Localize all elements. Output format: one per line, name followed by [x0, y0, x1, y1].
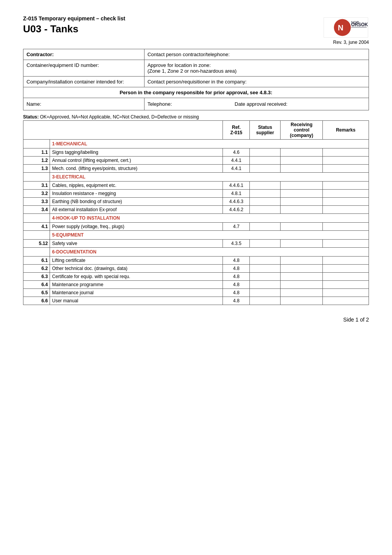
section-num-cell: [23, 231, 50, 240]
item-label: User manual: [50, 297, 223, 305]
section-num-cell: [23, 248, 50, 257]
item-number: 6.3: [23, 273, 50, 281]
name-cell: Name:: [23, 98, 145, 110]
item-remarks: [323, 148, 369, 157]
container-label: Container/equipment ID number:: [23, 60, 145, 77]
col-header-receiving: Receivingcontrol(company): [281, 121, 323, 140]
item-remarks: [323, 257, 369, 265]
item-remarks: [323, 198, 369, 206]
item-ref: 4.8: [223, 265, 250, 273]
item-status: [250, 240, 281, 248]
item-receiving: [281, 257, 323, 265]
item-remarks: [323, 190, 369, 198]
table-row: 1.3 Mech. cond. (lifting eyes/points, st…: [23, 165, 369, 173]
item-number: 6.5: [23, 289, 50, 297]
revision-line: Rev. 3, june 2004: [23, 40, 369, 45]
item-ref: 4.4.6.1: [223, 182, 250, 190]
logo-block: N ORSOK NOR: [323, 17, 369, 38]
item-label: Safety valve: [50, 240, 223, 248]
item-status: [250, 289, 281, 297]
contractor-label: Contractor:: [23, 49, 145, 60]
date-label: Date approval received:: [235, 101, 365, 107]
doc-title: Z-015 Temporary equipment – check list: [23, 15, 125, 22]
item-label: Maintenance journal: [50, 289, 223, 297]
container-row: Container/equipment ID number: Approve f…: [23, 60, 369, 77]
item-receiving: [281, 297, 323, 305]
table-row: 3.1 Cables, nipples, equipment etc. 4.4.…: [23, 182, 369, 190]
item-number: 5.12: [23, 240, 50, 248]
item-number: 6.2: [23, 265, 50, 273]
section-label: 5-EQUIPMENT: [50, 231, 369, 240]
item-status: [250, 182, 281, 190]
item-receiving: [281, 265, 323, 273]
page-header: Z-015 Temporary equipment – check list U…: [23, 15, 369, 38]
item-status: [250, 198, 281, 206]
section-num-cell: [23, 140, 50, 148]
item-receiving: [281, 190, 323, 198]
item-status: [250, 190, 281, 198]
item-status: [250, 165, 281, 173]
status-bold: Status:: [23, 114, 39, 120]
item-remarks: [323, 289, 369, 297]
item-receiving: [281, 281, 323, 289]
item-remarks: [323, 223, 369, 231]
company-contact-value: Contact person/requisitioner in the comp…: [144, 77, 369, 87]
table-header-row: Ref.Z-015 Statussupplier Receivingcontro…: [23, 121, 369, 140]
item-status: [250, 223, 281, 231]
company-label: Company/installation container intended …: [23, 77, 145, 87]
item-remarks: [323, 157, 369, 165]
item-remarks: [323, 281, 369, 289]
section-label: 6-DOCUMENTATION: [50, 248, 369, 257]
item-receiving: [281, 198, 323, 206]
item-remarks: [323, 265, 369, 273]
item-ref: 4.7: [223, 223, 250, 231]
telephone-label: Telephone:: [148, 101, 235, 107]
item-label: Mech. cond. (lifting eyes/points, struct…: [50, 165, 223, 173]
table-row: 4.1 Power supply (voltage, freq., plugs)…: [23, 223, 369, 231]
item-ref: 4.8: [223, 289, 250, 297]
item-receiving: [281, 165, 323, 173]
col-header-status: Statussupplier: [250, 121, 281, 140]
table-row: 6.1 Lifting certificate 4.8: [23, 257, 369, 265]
table-row: 6.3 Certificate for equip. with special …: [23, 273, 369, 281]
svg-text:N: N: [338, 23, 344, 32]
item-label: Lifting certificate: [50, 257, 223, 265]
approval-header: Person in the company responsible for pr…: [23, 87, 369, 98]
item-receiving: [281, 273, 323, 281]
table-row: 5.12 Safety valve 4.3.5: [23, 240, 369, 248]
table-row: 6.5 Maintenance journal 4.8: [23, 289, 369, 297]
norsok-logo-icon: N ORSOK NOR: [323, 17, 369, 38]
company-row: Company/installation container intended …: [23, 77, 369, 87]
item-status: [250, 157, 281, 165]
item-ref: 4.4.6.3: [223, 198, 250, 206]
section-header-row: 5-EQUIPMENT: [23, 231, 369, 240]
status-line: Status: OK=Approved, NA=Not Applicable, …: [23, 114, 369, 120]
table-row: 1.1 Signs tagging/labelling 4.6: [23, 148, 369, 157]
item-label: Certificate for equip. with special requ…: [50, 273, 223, 281]
item-label: Annual control (lifting equipment, cert.…: [50, 157, 223, 165]
item-status: [250, 273, 281, 281]
item-remarks: [323, 165, 369, 173]
item-status: [250, 257, 281, 265]
table-row: 3.4 All external installation Ex-proof 4…: [23, 206, 369, 214]
item-ref: 4.3.5: [223, 240, 250, 248]
col-header-item: [23, 121, 223, 140]
item-receiving: [281, 240, 323, 248]
item-status: [250, 148, 281, 157]
container-zone-value: Approve for location in zone:(Zone 1, Zo…: [144, 60, 369, 77]
item-ref: 4.8: [223, 281, 250, 289]
item-receiving: [281, 206, 323, 214]
item-ref: 4.8.1: [223, 190, 250, 198]
item-label: Maintenance programme: [50, 281, 223, 289]
section-header-row: 3-ELECTRICAL: [23, 173, 369, 182]
item-ref: 4.8: [223, 273, 250, 281]
item-label: Earthing (NB bonding of structure): [50, 198, 223, 206]
title-block: Z-015 Temporary equipment – check list U…: [23, 15, 125, 35]
status-text: OK=Approved, NA=Not Applicable, NC=Not C…: [40, 114, 199, 120]
col-header-ref: Ref.Z-015: [223, 121, 250, 140]
item-number: 3.2: [23, 190, 50, 198]
item-label: All external installation Ex-proof: [50, 206, 223, 214]
item-number: 3.1: [23, 182, 50, 190]
item-number: 3.3: [23, 198, 50, 206]
checklist-table: Ref.Z-015 Statussupplier Receivingcontro…: [23, 120, 369, 305]
